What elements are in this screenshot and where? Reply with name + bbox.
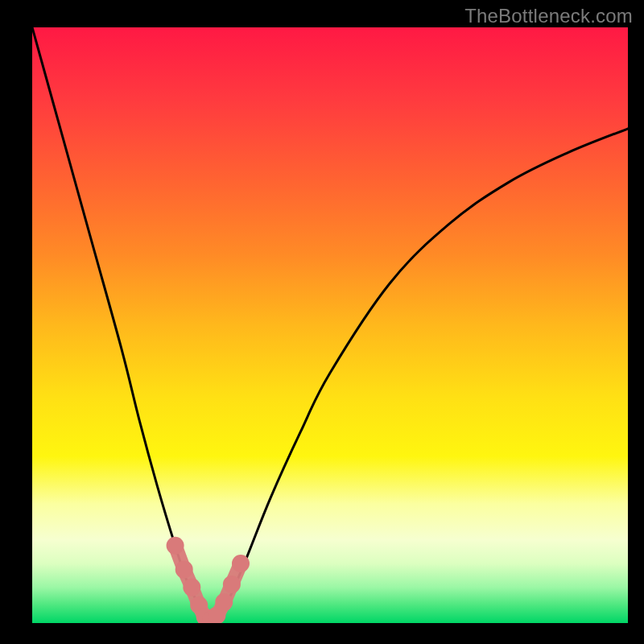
plot-area: [32, 27, 628, 623]
watermark-label: TheBottleneck.com: [464, 5, 633, 27]
chart-canvas: TheBottleneck.com: [0, 0, 644, 644]
plot-svg: [32, 27, 628, 623]
gradient-background: [32, 27, 628, 623]
